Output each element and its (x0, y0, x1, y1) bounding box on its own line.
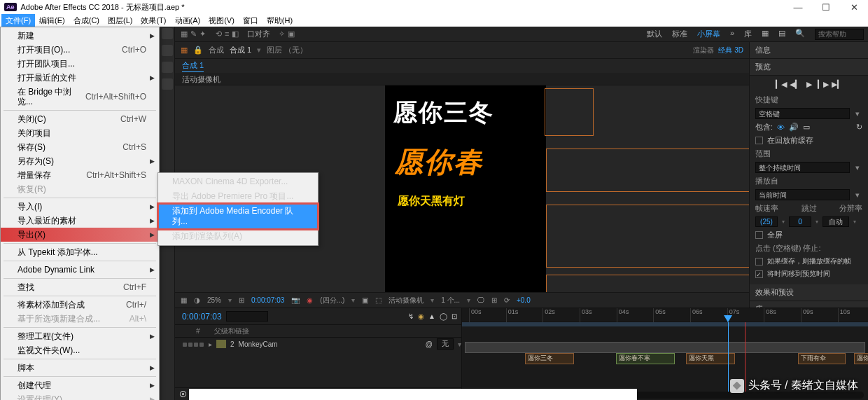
workspace-smallscreen[interactable]: 小屏幕 (697, 29, 720, 40)
zoom-value[interactable]: 25% (207, 296, 221, 304)
menu-help[interactable]: 帮助(H) (262, 14, 297, 27)
file-menu-item[interactable]: 从 Typekit 添加字体... (1, 245, 159, 259)
resolution-icon[interactable]: ⊞ (239, 296, 244, 304)
lock-icon[interactable]: 🔒 (193, 46, 203, 55)
camera-dropdown[interactable]: 活动摄像机 (388, 296, 424, 305)
viewer-icon[interactable]: 🖵 (477, 296, 484, 304)
tool-icon[interactable]: ▦ (762, 29, 769, 40)
timeline-layer-bar[interactable] (465, 342, 865, 353)
window-maximize-button[interactable]: ☐ (812, 0, 840, 14)
menu-edit[interactable]: 编辑(E) (35, 14, 69, 27)
grid-icon[interactable]: ▦ (181, 296, 187, 304)
menu-file[interactable]: 文件(F) (1, 14, 35, 27)
timeline-icon[interactable]: ↯ (408, 312, 414, 320)
file-menu-item[interactable]: 打开最近的文件▶ (1, 71, 159, 85)
menu-view[interactable]: 视图(V) (204, 14, 239, 27)
view-icon[interactable]: ▣ (362, 296, 368, 304)
timeline-icon[interactable]: ▲ (428, 312, 435, 320)
play-icon[interactable]: ▶ (804, 80, 815, 89)
export-c4d[interactable]: MAXON Cinema 4D Exporter... (158, 174, 318, 189)
align-toggle[interactable]: 口对齐 (247, 29, 270, 39)
panel-effects-header[interactable]: 效果和预设 (750, 284, 868, 301)
file-menu-item[interactable]: 打开团队项目... (1, 57, 159, 71)
footer-timecode[interactable]: 0:00:07:03 (251, 296, 284, 304)
exposure-value[interactable]: +0.0 (517, 296, 531, 304)
export-ame-queue[interactable]: 添加到 Adobe Media Encoder 队列... (158, 204, 318, 229)
timeline-clip[interactable]: 下雨有伞 (798, 353, 846, 364)
file-menu-item[interactable]: 打开项目(O)...Ctrl+O (1, 43, 159, 57)
chevron-down-icon[interactable]: ▾ (853, 109, 862, 118)
timeline-clip[interactable]: 愿你春不寒 (616, 353, 675, 364)
comp-subtab[interactable]: 合成 1 (182, 60, 204, 72)
tool-icon[interactable] (162, 45, 173, 56)
movetime-checkbox[interactable] (755, 270, 763, 278)
eye-icon[interactable]: 👁 (777, 123, 785, 132)
work-area-bar[interactable] (462, 322, 868, 326)
comp-tab-name[interactable]: 合成 1 (230, 45, 251, 55)
file-menu-item[interactable]: 导入最近的素材▶ (1, 214, 159, 228)
layer-bounds-box[interactable] (546, 205, 749, 268)
file-menu-item[interactable]: 导出(X)▶ (1, 228, 159, 242)
menu-animation[interactable]: 动画(A) (171, 14, 205, 27)
fps-value[interactable]: (25) (755, 216, 778, 227)
panel-menu-icon[interactable]: ▦ (181, 46, 188, 55)
file-menu-item[interactable]: 将素材添加到合成Ctrl+/ (1, 298, 159, 312)
menu-effect[interactable]: 效果(T) (136, 14, 170, 27)
resolution-dropdown[interactable]: (四分...) (320, 296, 344, 305)
speaker-icon[interactable]: 🔊 (789, 123, 799, 132)
file-menu-item[interactable]: 创建代理▶ (1, 378, 159, 392)
renderer-value[interactable]: 经典 3D (718, 46, 743, 55)
tool-icon[interactable] (162, 62, 173, 73)
cached-frames-checkbox[interactable] (755, 258, 763, 265)
last-frame-icon[interactable]: ▶▎ (832, 80, 843, 89)
chevron-down-icon[interactable]: ▾ (853, 191, 862, 200)
file-menu-item[interactable]: 关闭(C)Ctrl+W (1, 112, 159, 126)
file-menu-item[interactable]: 保存(S)Ctrl+S (1, 140, 159, 154)
layer-bounds-box[interactable] (545, 88, 594, 136)
panel-preview-header[interactable]: 预览 (750, 59, 868, 76)
menu-composition[interactable]: 合成(C) (69, 14, 104, 27)
tool-icon[interactable]: ▤ (778, 29, 785, 40)
fullscreen-checkbox[interactable] (755, 231, 763, 239)
timeline-clip[interactable]: 愿你一路上 (854, 353, 868, 364)
parent-pickwhip-icon[interactable]: @ (426, 340, 433, 348)
playfrom-field[interactable]: 当前时间 (755, 189, 850, 200)
3d-icon[interactable]: ⬚ (375, 296, 382, 304)
timeline-icon[interactable]: ◉ (418, 312, 424, 320)
range-field[interactable]: 整个持续时间 (755, 162, 850, 173)
cache-checkbox[interactable] (755, 137, 763, 144)
timeline-icon[interactable]: ◯ (440, 312, 447, 320)
timeline-ruler[interactable]: 00s01s02s03s04s05s06s07s08s09s10s11s12s1… (462, 308, 868, 322)
shortcut-field[interactable]: 空格键 (755, 108, 850, 119)
timeline-toggle-icon[interactable]: ⦿ (179, 390, 187, 399)
window-minimize-button[interactable]: — (784, 0, 812, 14)
skip-value[interactable]: 0 (789, 216, 811, 227)
file-menu-item[interactable]: Adobe Dynamic Link▶ (1, 263, 159, 277)
res-value[interactable]: 自动 (822, 216, 849, 227)
panel-info-header[interactable]: 信息 (750, 42, 868, 59)
file-menu-item[interactable]: 监视文件夹(W)... (1, 343, 159, 357)
viewer-icon[interactable]: ⊞ (491, 296, 497, 304)
next-frame-icon[interactable]: ▎▶ (818, 80, 829, 89)
layer-bounds-box[interactable] (546, 275, 749, 292)
file-menu-item[interactable]: 新建▶ (1, 29, 159, 43)
parent-dropdown[interactable]: 无 (437, 338, 454, 350)
file-menu-item[interactable]: 导入(I)▶ (1, 200, 159, 214)
chevron-down-icon[interactable]: ▾ (853, 163, 862, 172)
tool-icon[interactable] (162, 28, 173, 39)
timeline-layer-row[interactable]: ▸ 2 MonkeyCam @ 无▾ (175, 338, 461, 350)
views-dropdown[interactable]: 1 个... (441, 296, 460, 305)
timeline-search-input[interactable] (226, 311, 268, 322)
prev-frame-icon[interactable]: ◀▎ (790, 80, 801, 89)
file-menu-item[interactable]: 在 Bridge 中浏览...Ctrl+Alt+Shift+O (1, 85, 159, 109)
timeline-icon[interactable]: ⊡ (451, 312, 457, 320)
snapshot-icon[interactable]: 📷 (291, 296, 300, 304)
timeline-timecode[interactable]: 0:00:07:03 (182, 312, 222, 322)
layer-name[interactable]: MonkeyCam (239, 340, 278, 348)
file-menu-item[interactable]: 整理工程(文件)▶ (1, 329, 159, 343)
layer-bounds-box[interactable] (546, 149, 749, 192)
workspace-library[interactable]: 库 (744, 29, 752, 40)
help-search-input[interactable] (815, 29, 864, 40)
workspace-standard[interactable]: 标准 (672, 29, 687, 40)
export-premiere[interactable]: 导出 Adobe Premiere Pro 项目... (158, 189, 318, 204)
